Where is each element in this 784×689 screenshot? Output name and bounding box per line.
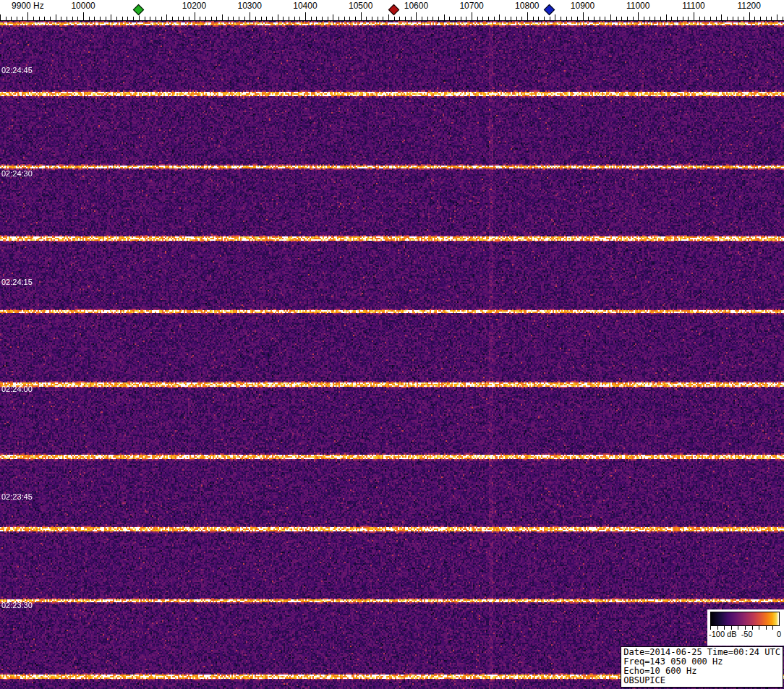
ruler-tick <box>571 17 572 20</box>
ruler-tick <box>155 17 156 20</box>
ruler-tick <box>278 14 278 20</box>
ruler-tick <box>305 12 306 20</box>
ruler-tick <box>727 17 728 20</box>
red-marker[interactable] <box>388 4 400 16</box>
frequency-tick-label: 10200 <box>182 1 206 11</box>
time-label: 02:24:45 <box>1 66 33 74</box>
ruler-tick <box>621 17 622 20</box>
green-marker[interactable] <box>133 4 145 16</box>
ruler-tick <box>333 14 333 20</box>
ruler-tick <box>566 17 567 20</box>
ruler-tick <box>561 17 561 20</box>
ruler-tick <box>743 17 744 20</box>
ruler-tick <box>349 17 350 20</box>
ruler-tick <box>533 17 534 20</box>
waterfall-spectrogram[interactable] <box>0 21 784 689</box>
blue-marker[interactable] <box>544 4 555 16</box>
ruler-tick <box>216 17 217 20</box>
ruler-tick <box>627 17 628 20</box>
frequency-ruler[interactable]: 9900 Hz100001020010300104001050010600107… <box>0 0 784 21</box>
frequency-tick-label: 10300 <box>238 1 262 11</box>
ruler-tick <box>50 17 51 20</box>
ruler-tick <box>699 17 700 20</box>
ruler-tick <box>266 17 267 20</box>
ruler-tick <box>211 17 212 20</box>
ruler-tick <box>189 17 189 20</box>
ruler-tick <box>366 17 367 20</box>
ruler-tick <box>205 17 206 20</box>
ruler-tick <box>455 17 456 20</box>
ruler-tick <box>777 14 777 20</box>
ruler-tick <box>72 17 73 20</box>
ruler-tick <box>272 17 273 20</box>
ruler-tick <box>344 17 345 20</box>
ruler-tick <box>195 12 195 20</box>
ruler-tick <box>106 17 106 20</box>
ruler-tick <box>383 17 383 20</box>
ruler-tick <box>399 17 400 20</box>
ruler-tick <box>716 17 717 20</box>
ruler-tick <box>438 17 439 20</box>
ruler-tick <box>27 12 28 20</box>
ruler-tick <box>150 17 150 20</box>
ruler-tick <box>322 17 323 20</box>
colorbar-label-max: 0 <box>777 630 781 638</box>
frequency-tick-label: 10000 <box>71 1 95 11</box>
ruler-tick <box>738 17 738 20</box>
ruler-tick <box>405 17 406 20</box>
ruler-tick <box>733 17 733 20</box>
ruler-tick <box>605 17 605 20</box>
ruler-tick <box>338 17 339 20</box>
ruler-tick <box>172 17 173 20</box>
ruler-tick <box>588 17 589 20</box>
time-label: 02:24:00 <box>1 385 33 393</box>
frequency-tick-label: 11100 <box>682 1 705 11</box>
colorbar-label-mid: -50 <box>741 630 753 638</box>
ruler-tick <box>294 17 295 20</box>
ruler-tick <box>527 12 528 20</box>
ruler-tick <box>166 14 167 20</box>
ruler-tick <box>355 17 356 20</box>
ruler-tick <box>466 17 466 20</box>
ruler-tick <box>477 17 478 20</box>
ruler-tick <box>488 17 489 20</box>
ruler-tick <box>394 17 395 20</box>
ruler-tick <box>145 17 145 20</box>
ruler-tick <box>577 17 578 20</box>
ruler-tick <box>433 17 433 20</box>
ruler-tick <box>283 17 284 20</box>
colorbar-gradient[interactable] <box>710 612 780 626</box>
ruler-tick <box>683 17 683 20</box>
ruler-tick <box>677 17 678 20</box>
ruler-tick <box>77 17 78 20</box>
ruler-tick <box>754 17 755 20</box>
ruler-tick <box>200 17 200 20</box>
ruler-tick <box>411 17 412 20</box>
ruler-tick <box>289 17 289 20</box>
ruler-tick <box>11 17 12 20</box>
ruler-tick <box>316 17 317 20</box>
frequency-tick-label: 10900 <box>571 1 595 11</box>
ruler-tick <box>244 17 245 20</box>
time-label: 02:24:15 <box>1 278 33 286</box>
ruler-tick <box>388 14 389 20</box>
ruler-tick <box>704 17 705 20</box>
ruler-tick <box>56 14 56 20</box>
ruler-tick <box>499 14 500 20</box>
ruler-tick <box>233 17 234 20</box>
ruler-tick <box>161 17 162 20</box>
ruler-tick <box>555 14 555 20</box>
ruler-tick <box>583 12 584 20</box>
ruler-tick <box>594 17 595 20</box>
ruler-tick <box>17 17 17 20</box>
ruler-tick <box>694 12 694 20</box>
ruler-tick <box>299 17 300 20</box>
ruler-tick <box>444 14 445 20</box>
ruler-tick <box>178 17 179 20</box>
ruler-tick <box>721 14 722 20</box>
ruler-tick <box>550 17 550 20</box>
ruler-tick <box>0 14 1 20</box>
ruler-tick <box>67 17 67 20</box>
ruler-tick <box>505 17 506 20</box>
ruler-tick <box>239 17 239 20</box>
